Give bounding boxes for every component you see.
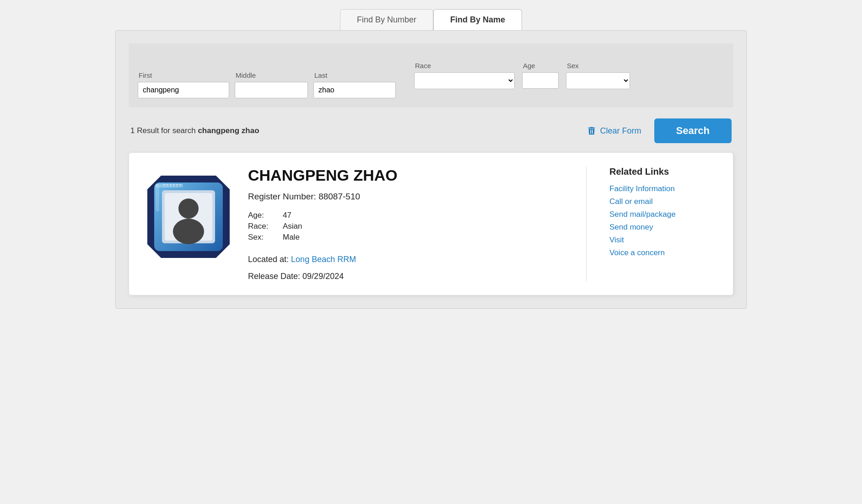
age-input[interactable] bbox=[522, 72, 559, 89]
tab-find-by-name[interactable]: Find By Name bbox=[433, 9, 522, 30]
link-facility-information[interactable]: Facility Information bbox=[609, 184, 719, 193]
race-row: Race: Asian bbox=[248, 222, 572, 231]
last-input[interactable] bbox=[313, 82, 396, 98]
release-date: Release Date: 09/29/2024 bbox=[248, 272, 572, 281]
first-field-group: First bbox=[138, 71, 229, 98]
age-field-group: Age bbox=[522, 62, 559, 89]
avatar-area bbox=[143, 166, 234, 281]
middle-input[interactable] bbox=[235, 82, 308, 98]
location-link[interactable]: Long Beach RRM bbox=[291, 255, 356, 264]
register-number: Register Number: 88087-510 bbox=[248, 192, 572, 202]
detail-grid: Age: 47 Race: Asian Sex: Male bbox=[248, 211, 572, 242]
age-label: Age bbox=[522, 62, 559, 70]
inmate-name: CHANGPENG ZHAO bbox=[248, 166, 572, 184]
search-button[interactable]: Search bbox=[654, 118, 732, 143]
last-label: Last bbox=[313, 71, 396, 79]
last-field-group: Last bbox=[313, 71, 396, 98]
avatar bbox=[143, 171, 234, 263]
link-voice-concern[interactable]: Voice a concern bbox=[609, 248, 719, 257]
svg-point-4 bbox=[178, 198, 199, 219]
sex-select[interactable]: Male Female bbox=[566, 72, 630, 89]
age-row: Age: 47 bbox=[248, 211, 572, 220]
link-send-money[interactable]: Send money bbox=[609, 223, 719, 232]
clear-form-button[interactable]: Clear Form bbox=[581, 122, 647, 139]
tab-find-by-number[interactable]: Find By Number bbox=[340, 9, 433, 30]
first-label: First bbox=[138, 71, 229, 79]
first-input[interactable] bbox=[138, 82, 229, 98]
result-summary: 1 Result for search changpeng zhao bbox=[130, 126, 259, 135]
tab-bar: Find By Number Find By Name bbox=[340, 9, 522, 30]
result-card: CHANGPENG ZHAO Register Number: 88087-51… bbox=[129, 152, 733, 295]
main-container: First Middle Last Race Asian Black White bbox=[115, 30, 747, 309]
search-form: First Middle Last Race Asian Black White bbox=[129, 43, 733, 107]
related-links-area: Related Links Facility Information Call … bbox=[600, 166, 719, 281]
sex-row: Sex: Male bbox=[248, 233, 572, 242]
race-age-sex-area: Race Asian Black White Hispanic Age Sex … bbox=[405, 53, 724, 98]
location-line: Located at: Long Beach RRM bbox=[248, 255, 572, 264]
result-query: changpeng zhao bbox=[198, 126, 259, 135]
svg-rect-6 bbox=[156, 184, 183, 188]
race-select[interactable]: Asian Black White Hispanic bbox=[414, 72, 515, 89]
related-links-title: Related Links bbox=[609, 166, 719, 177]
race-field-group: Race Asian Black White Hispanic bbox=[414, 62, 515, 89]
link-send-mail-package[interactable]: Send mail/package bbox=[609, 210, 719, 219]
link-call-or-email[interactable]: Call or email bbox=[609, 197, 719, 206]
middle-label: Middle bbox=[235, 71, 308, 79]
person-info: CHANGPENG ZHAO Register Number: 88087-51… bbox=[248, 166, 587, 281]
middle-field-group: Middle bbox=[235, 71, 308, 98]
sex-field-group: Sex Male Female bbox=[566, 62, 630, 89]
search-controls: 1 Result for search changpeng zhao Clear… bbox=[129, 118, 733, 143]
trash-icon bbox=[587, 126, 597, 136]
race-label: Race bbox=[414, 62, 515, 70]
name-fields: First Middle Last bbox=[138, 71, 396, 98]
link-visit[interactable]: Visit bbox=[609, 236, 719, 245]
right-controls: Clear Form Search bbox=[581, 118, 732, 143]
sex-label: Sex bbox=[566, 62, 630, 70]
svg-rect-7 bbox=[156, 184, 159, 211]
svg-point-5 bbox=[173, 219, 204, 244]
